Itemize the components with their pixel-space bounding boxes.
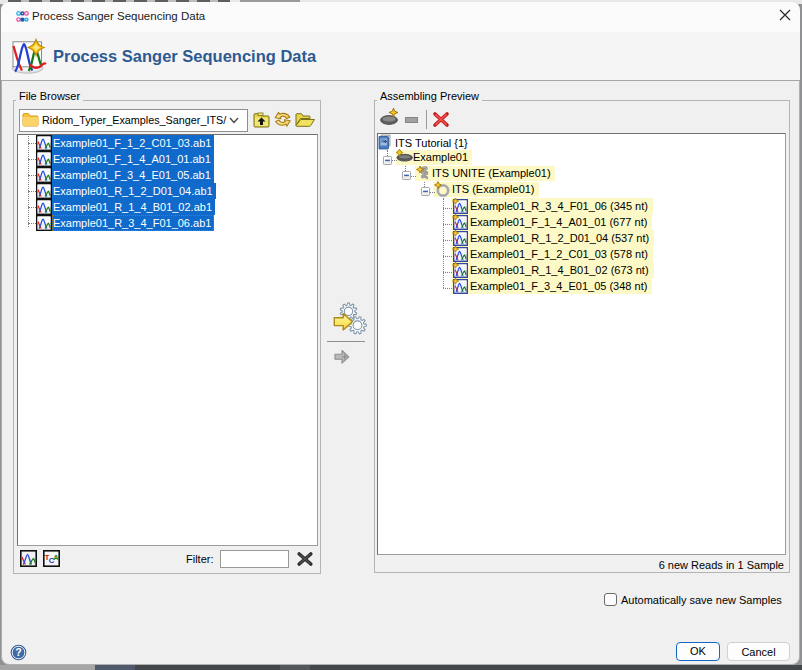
svg-text:?: ? [15,646,21,658]
svg-text:A: A [53,553,59,562]
